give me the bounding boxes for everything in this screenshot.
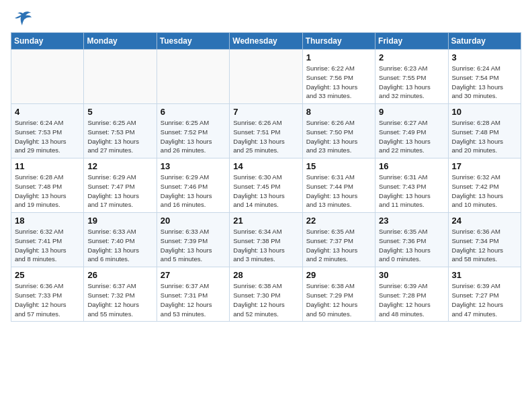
calendar-cell-5: 2Sunrise: 6:23 AM Sunset: 7:55 PM Daylig…: [375, 50, 448, 104]
logo-bird-icon: [13, 11, 32, 27]
day-info: Sunrise: 6:31 AM Sunset: 7:44 PM Dayligh…: [306, 173, 371, 210]
calendar-cell-30: 27Sunrise: 6:37 AM Sunset: 7:31 PM Dayli…: [157, 267, 229, 322]
day-info: Sunrise: 6:24 AM Sunset: 7:54 PM Dayligh…: [452, 64, 517, 101]
page-header: [11, 11, 521, 27]
day-number: 12: [87, 161, 152, 171]
day-number: 22: [306, 216, 371, 226]
weekday-header-saturday: Saturday: [448, 33, 521, 50]
day-number: 7: [233, 107, 298, 117]
day-info: Sunrise: 6:29 AM Sunset: 7:46 PM Dayligh…: [161, 173, 226, 210]
calendar-cell-0: [11, 50, 84, 104]
day-info: Sunrise: 6:22 AM Sunset: 7:56 PM Dayligh…: [306, 64, 371, 101]
week-row-1: 1Sunrise: 6:22 AM Sunset: 7:56 PM Daylig…: [11, 50, 521, 104]
calendar-cell-25: 22Sunrise: 6:35 AM Sunset: 7:37 PM Dayli…: [302, 213, 375, 267]
day-info: Sunrise: 6:33 AM Sunset: 7:40 PM Dayligh…: [87, 227, 152, 264]
calendar-cell-12: 9Sunrise: 6:27 AM Sunset: 7:49 PM Daylig…: [375, 104, 448, 158]
weekday-header-wednesday: Wednesday: [230, 33, 302, 50]
calendar-cell-24: 21Sunrise: 6:34 AM Sunset: 7:38 PM Dayli…: [230, 213, 302, 267]
day-number: 17: [452, 161, 517, 171]
calendar-cell-22: 19Sunrise: 6:33 AM Sunset: 7:40 PM Dayli…: [84, 213, 157, 267]
day-number: 23: [379, 216, 444, 226]
day-info: Sunrise: 6:37 AM Sunset: 7:32 PM Dayligh…: [87, 281, 152, 318]
calendar-cell-29: 26Sunrise: 6:37 AM Sunset: 7:32 PM Dayli…: [84, 267, 157, 322]
day-number: 1: [306, 52, 371, 62]
day-info: Sunrise: 6:38 AM Sunset: 7:30 PM Dayligh…: [233, 281, 298, 318]
day-number: 31: [452, 270, 517, 280]
day-info: Sunrise: 6:32 AM Sunset: 7:42 PM Dayligh…: [452, 173, 517, 210]
week-row-2: 4Sunrise: 6:24 AM Sunset: 7:53 PM Daylig…: [11, 104, 521, 158]
day-number: 3: [452, 52, 517, 62]
day-info: Sunrise: 6:27 AM Sunset: 7:49 PM Dayligh…: [379, 118, 444, 155]
weekday-header-sunday: Sunday: [11, 33, 84, 50]
day-info: Sunrise: 6:28 AM Sunset: 7:48 PM Dayligh…: [452, 118, 517, 155]
calendar-cell-3: [230, 50, 302, 104]
day-number: 14: [233, 161, 298, 171]
day-number: 21: [233, 216, 298, 226]
day-info: Sunrise: 6:24 AM Sunset: 7:53 PM Dayligh…: [15, 118, 80, 155]
calendar-cell-4: 1Sunrise: 6:22 AM Sunset: 7:56 PM Daylig…: [302, 50, 375, 104]
day-number: 11: [15, 161, 80, 171]
calendar-cell-19: 16Sunrise: 6:31 AM Sunset: 7:43 PM Dayli…: [375, 158, 448, 213]
calendar-cell-28: 25Sunrise: 6:36 AM Sunset: 7:33 PM Dayli…: [11, 267, 84, 322]
day-info: Sunrise: 6:39 AM Sunset: 7:27 PM Dayligh…: [452, 281, 517, 318]
day-number: 5: [87, 107, 152, 117]
day-number: 28: [233, 270, 298, 280]
weekday-header-tuesday: Tuesday: [157, 33, 229, 50]
day-info: Sunrise: 6:35 AM Sunset: 7:36 PM Dayligh…: [379, 227, 444, 264]
calendar-cell-7: 4Sunrise: 6:24 AM Sunset: 7:53 PM Daylig…: [11, 104, 84, 158]
calendar-cell-20: 17Sunrise: 6:32 AM Sunset: 7:42 PM Dayli…: [448, 158, 521, 213]
day-info: Sunrise: 6:39 AM Sunset: 7:28 PM Dayligh…: [379, 281, 444, 318]
day-number: 2: [379, 52, 444, 62]
weekday-header-row: SundayMondayTuesdayWednesdayThursdayFrid…: [11, 33, 521, 50]
day-info: Sunrise: 6:23 AM Sunset: 7:55 PM Dayligh…: [379, 64, 444, 101]
day-info: Sunrise: 6:25 AM Sunset: 7:53 PM Dayligh…: [87, 118, 152, 155]
calendar-cell-32: 29Sunrise: 6:38 AM Sunset: 7:29 PM Dayli…: [302, 267, 375, 322]
calendar-cell-8: 5Sunrise: 6:25 AM Sunset: 7:53 PM Daylig…: [84, 104, 157, 158]
week-row-3: 11Sunrise: 6:28 AM Sunset: 7:48 PM Dayli…: [11, 158, 521, 213]
weekday-header-thursday: Thursday: [302, 33, 375, 50]
day-number: 8: [306, 107, 371, 117]
weekday-header-monday: Monday: [84, 33, 157, 50]
day-info: Sunrise: 6:32 AM Sunset: 7:41 PM Dayligh…: [15, 227, 80, 264]
day-info: Sunrise: 6:30 AM Sunset: 7:45 PM Dayligh…: [233, 173, 298, 210]
day-number: 18: [15, 216, 80, 226]
day-number: 20: [161, 216, 226, 226]
day-number: 10: [452, 107, 517, 117]
calendar-cell-34: 31Sunrise: 6:39 AM Sunset: 7:27 PM Dayli…: [448, 267, 521, 322]
day-info: Sunrise: 6:33 AM Sunset: 7:39 PM Dayligh…: [161, 227, 226, 264]
calendar-cell-11: 8Sunrise: 6:26 AM Sunset: 7:50 PM Daylig…: [302, 104, 375, 158]
day-info: Sunrise: 6:34 AM Sunset: 7:38 PM Dayligh…: [233, 227, 298, 264]
calendar-cell-13: 10Sunrise: 6:28 AM Sunset: 7:48 PM Dayli…: [448, 104, 521, 158]
week-row-4: 18Sunrise: 6:32 AM Sunset: 7:41 PM Dayli…: [11, 213, 521, 267]
week-row-5: 25Sunrise: 6:36 AM Sunset: 7:33 PM Dayli…: [11, 267, 521, 322]
calendar-cell-14: 11Sunrise: 6:28 AM Sunset: 7:48 PM Dayli…: [11, 158, 84, 213]
day-info: Sunrise: 6:26 AM Sunset: 7:50 PM Dayligh…: [306, 118, 371, 155]
day-info: Sunrise: 6:36 AM Sunset: 7:33 PM Dayligh…: [15, 281, 80, 318]
day-info: Sunrise: 6:37 AM Sunset: 7:31 PM Dayligh…: [161, 281, 226, 318]
calendar-cell-21: 18Sunrise: 6:32 AM Sunset: 7:41 PM Dayli…: [11, 213, 84, 267]
calendar-cell-6: 3Sunrise: 6:24 AM Sunset: 7:54 PM Daylig…: [448, 50, 521, 104]
day-number: 30: [379, 270, 444, 280]
day-number: 13: [161, 161, 226, 171]
calendar-cell-26: 23Sunrise: 6:35 AM Sunset: 7:36 PM Dayli…: [375, 213, 448, 267]
day-info: Sunrise: 6:35 AM Sunset: 7:37 PM Dayligh…: [306, 227, 371, 264]
calendar-table: SundayMondayTuesdayWednesdayThursdayFrid…: [11, 32, 521, 322]
weekday-header-friday: Friday: [375, 33, 448, 50]
day-number: 16: [379, 161, 444, 171]
logo: [11, 11, 32, 27]
day-info: Sunrise: 6:31 AM Sunset: 7:43 PM Dayligh…: [379, 173, 444, 210]
calendar-cell-10: 7Sunrise: 6:26 AM Sunset: 7:51 PM Daylig…: [230, 104, 302, 158]
calendar-cell-31: 28Sunrise: 6:38 AM Sunset: 7:30 PM Dayli…: [230, 267, 302, 322]
calendar-cell-2: [157, 50, 229, 104]
day-number: 24: [452, 216, 517, 226]
day-number: 6: [161, 107, 226, 117]
calendar-cell-15: 12Sunrise: 6:29 AM Sunset: 7:47 PM Dayli…: [84, 158, 157, 213]
day-number: 26: [87, 270, 152, 280]
calendar-cell-16: 13Sunrise: 6:29 AM Sunset: 7:46 PM Dayli…: [157, 158, 229, 213]
day-number: 9: [379, 107, 444, 117]
calendar-cell-27: 24Sunrise: 6:36 AM Sunset: 7:34 PM Dayli…: [448, 213, 521, 267]
day-info: Sunrise: 6:36 AM Sunset: 7:34 PM Dayligh…: [452, 227, 517, 264]
day-number: 4: [15, 107, 80, 117]
day-info: Sunrise: 6:25 AM Sunset: 7:52 PM Dayligh…: [161, 118, 226, 155]
day-number: 25: [15, 270, 80, 280]
